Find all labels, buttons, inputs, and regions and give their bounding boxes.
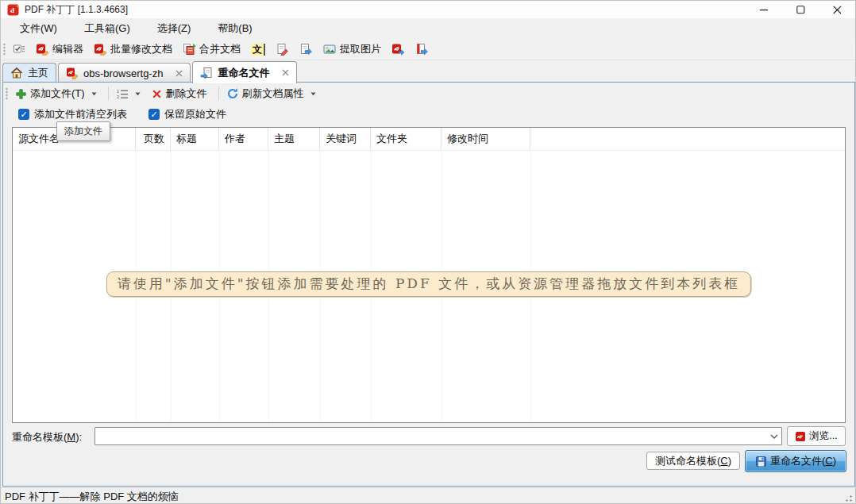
app-logo-icon: d bbox=[7, 4, 19, 16]
add-files-button[interactable]: 添加文件(T) bbox=[12, 84, 100, 103]
home-icon bbox=[10, 67, 23, 79]
close-icon bbox=[833, 6, 842, 14]
menu-file[interactable]: 文件(W) bbox=[12, 19, 65, 38]
ocr-text-button[interactable]: 文 bbox=[248, 41, 268, 58]
patch-document-button[interactable] bbox=[272, 40, 292, 58]
file-list-header: 源文件名 页数 标题 作者 主题 关键词 文件夹 修改时间 bbox=[13, 128, 845, 151]
toolbar-grip[interactable] bbox=[3, 43, 6, 56]
save-icon bbox=[755, 456, 767, 467]
app-window: { "titlebar": { "title": "PDF 补丁丁 [1.1.3… bbox=[0, 0, 856, 504]
column-header-subject[interactable]: 主题 bbox=[268, 128, 320, 150]
tabbar: 主页 obs-browsertg-zh 重命名文件 bbox=[1, 60, 855, 83]
test-template-button[interactable]: 测试命名模板(C) bbox=[646, 452, 740, 470]
clear-list-checkbox[interactable]: ✓ 添加文件前清空列表 bbox=[18, 107, 127, 121]
status-text: PDF 补丁丁——解除 PDF 文档的烦恼 bbox=[5, 490, 179, 504]
file-list[interactable]: 源文件名 页数 标题 作者 主题 关键词 文件夹 修改时间 请使用"添加文件"按… bbox=[12, 127, 846, 423]
batch-modify-label: 批量修改文档 bbox=[110, 42, 172, 56]
file-list-body[interactable]: 请使用"添加文件"按钮添加需要处理的 PDF 文件，或从资源管理器拖放文件到本列… bbox=[13, 151, 845, 422]
add-files-tooltip: 添加文件 bbox=[56, 121, 110, 141]
rename-template-combobox[interactable] bbox=[94, 427, 782, 445]
window-title: PDF 补丁丁 [1.1.3.4663] bbox=[25, 3, 128, 17]
caption-buttons bbox=[746, 1, 855, 18]
ocr-text-icon: 文 bbox=[251, 44, 265, 56]
tab-home[interactable]: 主页 bbox=[2, 63, 56, 83]
rename-files-button-label: 重命名文件(C) bbox=[770, 454, 836, 468]
chevron-down-icon bbox=[770, 434, 778, 439]
browse-label: 浏览... bbox=[809, 429, 837, 443]
statusbar: PDF 补丁丁——解除 PDF 文档的烦恼 bbox=[1, 487, 855, 504]
close-button[interactable] bbox=[819, 1, 855, 18]
column-header-keywords[interactable]: 关键词 bbox=[320, 128, 371, 150]
document-export-icon bbox=[299, 43, 313, 56]
toolbar-separator bbox=[108, 87, 109, 101]
keep-original-checkbox[interactable]: ✓ 保留原始文件 bbox=[148, 107, 226, 121]
refresh-dropdown-icon bbox=[310, 92, 316, 96]
column-header-pages[interactable]: 页数 bbox=[136, 128, 171, 150]
menu-toolbox[interactable]: 工具箱(G) bbox=[76, 19, 138, 38]
add-files-dropdown-icon bbox=[91, 92, 97, 96]
merge-documents-label: 合并文档 bbox=[199, 42, 241, 56]
rename-files-panel: 添加文件(T) 1 2 删除文件 bbox=[2, 82, 855, 487]
document-structure-button[interactable] bbox=[412, 40, 432, 58]
menu-select[interactable]: 选择(Z) bbox=[149, 19, 199, 38]
tab-rename-files[interactable]: 重命名文件 bbox=[192, 61, 297, 83]
menu-help[interactable]: 帮助(B) bbox=[210, 19, 260, 38]
document-pencil-icon bbox=[276, 43, 289, 56]
svg-text:2: 2 bbox=[117, 94, 119, 99]
minimize-icon bbox=[760, 6, 769, 14]
delete-icon bbox=[151, 88, 163, 100]
maximize-icon bbox=[796, 6, 805, 14]
batch-modify-button[interactable]: 批量修改文档 bbox=[91, 40, 175, 59]
pdf-document-icon bbox=[66, 67, 79, 79]
maximize-button[interactable] bbox=[782, 1, 819, 18]
delete-files-button[interactable]: 删除文件 bbox=[148, 84, 210, 103]
toolbar-separator bbox=[218, 87, 219, 101]
tab-home-label: 主页 bbox=[28, 66, 48, 80]
combobox-dropdown-button[interactable] bbox=[767, 428, 781, 444]
svg-text:1: 1 bbox=[117, 89, 119, 94]
extract-pages-button[interactable] bbox=[296, 40, 316, 58]
file-toolbar: 添加文件(T) 1 2 删除文件 bbox=[3, 83, 854, 104]
tab-document-close-icon[interactable] bbox=[175, 70, 183, 77]
tab-rename-files-label: 重命名文件 bbox=[218, 66, 269, 80]
tab-document[interactable]: obs-browsertg-zh bbox=[58, 63, 191, 83]
numbered-list-icon: 1 2 bbox=[116, 88, 129, 100]
view-options-icon bbox=[13, 43, 25, 56]
rename-files-button[interactable]: 重命名文件(C) bbox=[745, 450, 846, 472]
tab-document-label: obs-browsertg-zh bbox=[83, 67, 163, 79]
add-icon bbox=[15, 88, 27, 100]
list-order-button[interactable]: 1 2 bbox=[113, 86, 144, 102]
refresh-icon bbox=[226, 87, 239, 100]
file-toolbar-grip[interactable] bbox=[6, 87, 8, 100]
rename-file-icon bbox=[200, 67, 213, 79]
column-header-modified-time[interactable]: 修改时间 bbox=[441, 128, 530, 150]
extract-images-button[interactable]: 提取图片 bbox=[320, 40, 384, 59]
render-pages-button[interactable] bbox=[388, 40, 408, 58]
column-header-filler bbox=[530, 128, 845, 150]
column-header-author[interactable]: 作者 bbox=[219, 128, 268, 150]
refresh-properties-label: 刷新文档属性 bbox=[242, 87, 304, 101]
clear-list-label: 添加文件前清空列表 bbox=[34, 107, 127, 121]
list-order-dropdown-icon bbox=[135, 92, 141, 96]
merge-documents-button[interactable]: 合并文档 bbox=[179, 40, 244, 59]
pdf-render-icon bbox=[391, 43, 405, 56]
checkbox-checked-icon: ✓ bbox=[148, 109, 160, 120]
view-options-button[interactable] bbox=[10, 40, 29, 58]
editor-button[interactable]: 编辑器 bbox=[33, 40, 87, 59]
minimize-button[interactable] bbox=[746, 1, 782, 18]
rename-template-label: 重命名模板(M): bbox=[12, 430, 82, 444]
column-header-folder[interactable]: 文件夹 bbox=[371, 128, 441, 150]
column-header-title[interactable]: 标题 bbox=[171, 128, 219, 150]
resize-grip[interactable] bbox=[843, 492, 853, 502]
refresh-properties-button[interactable]: 刷新文档属性 bbox=[223, 84, 319, 103]
tab-rename-files-close-icon[interactable] bbox=[282, 69, 289, 76]
rename-template-input[interactable] bbox=[95, 428, 767, 444]
rename-template-row: 重命名模板(M): 浏览... bbox=[3, 426, 854, 447]
browse-button[interactable]: 浏览... bbox=[787, 426, 846, 446]
editor-label: 编辑器 bbox=[52, 42, 83, 56]
pdf-browse-icon bbox=[795, 431, 806, 442]
pdf-batch-modify-icon bbox=[94, 43, 107, 56]
keep-original-label: 保留原始文件 bbox=[164, 107, 226, 121]
main-toolbar: 编辑器 批量修改文档 合并文档 文 bbox=[1, 39, 855, 60]
delete-files-label: 删除文件 bbox=[166, 87, 207, 101]
